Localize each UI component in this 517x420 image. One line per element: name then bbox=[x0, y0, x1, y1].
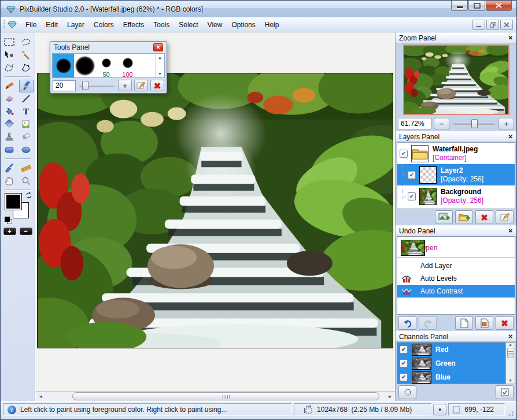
channels-panel-close-icon[interactable]: ✕ bbox=[508, 333, 513, 340]
canvas-hscrollbar[interactable]: ◄ ► bbox=[36, 391, 395, 401]
layer-row-container[interactable]: ✔ Waterfall.jpeg [Container] bbox=[397, 143, 515, 164]
tools-panel-close-button[interactable]: ✕ bbox=[153, 43, 163, 51]
channel-checkbox[interactable]: ✔ bbox=[400, 359, 408, 367]
undo-panel-close-icon[interactable]: ✕ bbox=[508, 228, 513, 234]
brush-size-input[interactable] bbox=[53, 80, 76, 91]
scroll-up-icon[interactable]: ▲ bbox=[508, 343, 512, 347]
scroll-right-icon[interactable]: ► bbox=[385, 392, 395, 401]
gradient-tool[interactable] bbox=[2, 118, 17, 131]
scroll-down-icon[interactable]: ▼ bbox=[508, 378, 512, 382]
hand-tool[interactable] bbox=[2, 174, 17, 187]
menu-help[interactable]: Help bbox=[260, 18, 284, 31]
rect-select-tool[interactable] bbox=[2, 36, 17, 49]
foreground-color-swatch[interactable] bbox=[5, 193, 22, 210]
smudge-tool[interactable] bbox=[19, 131, 34, 143]
close-button[interactable] bbox=[486, 0, 512, 11]
eyedropper-tool[interactable] bbox=[2, 162, 17, 174]
brush-preset-50[interactable]: 50 bbox=[95, 54, 117, 77]
menu-edit[interactable]: Edit bbox=[41, 18, 62, 31]
waterfall-image[interactable] bbox=[37, 73, 393, 348]
hscroll-thumb[interactable] bbox=[72, 392, 379, 400]
add-layer-button[interactable] bbox=[455, 210, 473, 224]
zoom-value-input[interactable] bbox=[398, 118, 431, 129]
lasso-tool[interactable] bbox=[19, 36, 34, 49]
menu-file[interactable]: File bbox=[21, 18, 41, 31]
layers-panel-close-icon[interactable]: ✕ bbox=[508, 133, 513, 140]
brush-preset-100[interactable]: 100 bbox=[117, 54, 138, 77]
pattern-fill-tool[interactable] bbox=[19, 118, 34, 131]
magnetic-lasso-tool[interactable] bbox=[19, 61, 34, 74]
resize-grip[interactable] bbox=[507, 409, 514, 417]
brush-preset-2[interactable] bbox=[74, 54, 95, 77]
zoom-out-button[interactable]: − bbox=[434, 118, 449, 129]
clear-history-button[interactable]: ✖ bbox=[496, 316, 514, 330]
delete-brush-button[interactable]: ✖ bbox=[150, 80, 164, 91]
brush-tool[interactable] bbox=[19, 80, 34, 92]
tools-panel-dialog[interactable]: Tools Panel ✕ 50 100 ▲ ▼ bbox=[50, 41, 167, 94]
layer-row-layer2[interactable]: ✔ Layer2 [Opacity: 256] bbox=[397, 164, 515, 185]
menu-effects[interactable]: Effects bbox=[119, 18, 149, 31]
snapshot-delete-button[interactable] bbox=[475, 316, 493, 330]
brush-preset-1[interactable] bbox=[53, 54, 74, 77]
redo-button[interactable] bbox=[419, 316, 437, 330]
menu-colors[interactable]: Colors bbox=[89, 18, 119, 31]
undo-item-auto-levels[interactable]: Auto Levels bbox=[397, 272, 515, 285]
eraser-tool[interactable] bbox=[2, 92, 17, 105]
mdi-restore-button[interactable] bbox=[486, 20, 499, 30]
maximize-button[interactable] bbox=[468, 0, 485, 11]
spin-up-icon[interactable]: ▲ bbox=[158, 55, 162, 60]
layer-properties-button[interactable] bbox=[496, 210, 514, 224]
snapshot-new-button[interactable] bbox=[455, 316, 473, 330]
minimize-button[interactable] bbox=[451, 0, 468, 11]
channel-checkbox[interactable]: ✔ bbox=[400, 373, 408, 381]
zoom-slider[interactable] bbox=[452, 118, 496, 129]
swap-colors-icon[interactable] bbox=[25, 192, 32, 199]
remove-color-button[interactable]: − bbox=[20, 228, 32, 235]
tools-panel-titlebar[interactable]: Tools Panel ✕ bbox=[52, 42, 165, 53]
menu-options[interactable]: Options bbox=[227, 18, 260, 31]
edit-brush-button[interactable] bbox=[134, 80, 148, 91]
add-color-button[interactable]: + bbox=[3, 228, 16, 235]
rounded-rect-tool[interactable] bbox=[2, 143, 17, 156]
brush-size-slider-thumb[interactable] bbox=[82, 81, 88, 90]
mdi-close-button[interactable] bbox=[500, 20, 513, 30]
zoom-slider-thumb[interactable] bbox=[471, 119, 478, 128]
delete-layer-button[interactable]: ✖ bbox=[475, 210, 493, 224]
text-tool[interactable]: T bbox=[19, 105, 34, 118]
channel-options-button[interactable] bbox=[496, 385, 514, 399]
channel-row-green[interactable]: ✔ Green bbox=[397, 356, 505, 370]
menu-select[interactable]: Select bbox=[174, 18, 202, 31]
brush-size-slider[interactable] bbox=[78, 80, 116, 91]
undo-item-auto-contrast[interactable]: Auto Contrast bbox=[397, 285, 515, 298]
zoom-panel-close-icon[interactable]: ✕ bbox=[508, 35, 513, 41]
mdi-minimize-button[interactable] bbox=[472, 20, 485, 30]
undo-item-add-layer[interactable]: Add Layer bbox=[397, 259, 515, 272]
ruler-tool[interactable] bbox=[19, 162, 34, 174]
clone-stamp-tool[interactable] bbox=[2, 131, 17, 143]
channel-row-blue[interactable]: ✔ Blue bbox=[397, 370, 505, 384]
status-dropdown-button[interactable]: ▼ bbox=[433, 404, 446, 415]
menu-view[interactable]: View bbox=[203, 18, 227, 31]
add-image-layer-button[interactable] bbox=[435, 210, 453, 224]
magic-wand-tool[interactable] bbox=[19, 49, 34, 61]
layer-visible-checkbox[interactable]: ✔ bbox=[408, 192, 416, 200]
line-tool[interactable] bbox=[19, 92, 34, 105]
spin-down-icon[interactable]: ▼ bbox=[158, 72, 162, 76]
undo-item-open[interactable]: Open bbox=[397, 238, 515, 258]
undo-button[interactable] bbox=[398, 316, 416, 330]
menu-layer[interactable]: Layer bbox=[62, 18, 89, 31]
menu-tools[interactable]: Tools bbox=[149, 18, 174, 31]
paint-bucket-tool[interactable] bbox=[2, 105, 17, 118]
channel-row-red[interactable]: ✔ Red bbox=[397, 343, 505, 356]
pencil-tool[interactable] bbox=[2, 80, 17, 92]
ellipse-tool[interactable] bbox=[19, 143, 34, 156]
scroll-left-icon[interactable]: ◄ bbox=[36, 392, 46, 401]
zoom-in-button[interactable]: + bbox=[498, 118, 514, 129]
add-brush-button[interactable]: + bbox=[118, 80, 132, 91]
zoom-preview-thumbnail[interactable] bbox=[403, 44, 509, 115]
load-channel-selection-button[interactable] bbox=[398, 385, 416, 399]
channels-scrollbar[interactable]: ▲ ▼ bbox=[505, 343, 515, 384]
zoom-tool[interactable] bbox=[19, 174, 34, 187]
brush-strip-spinner[interactable]: ▲ ▼ bbox=[155, 54, 164, 77]
move-tool[interactable] bbox=[2, 49, 17, 61]
